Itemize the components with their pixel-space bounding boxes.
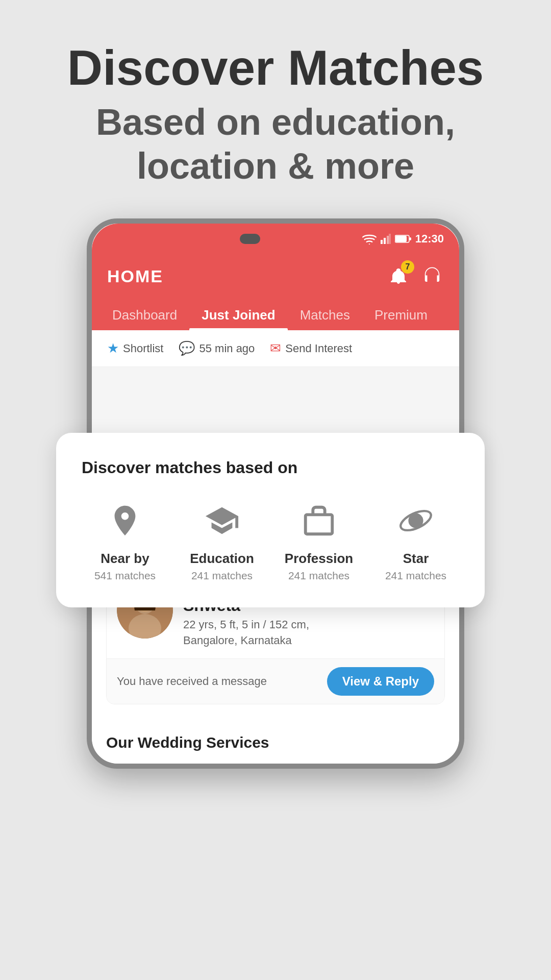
view-reply-button[interactable]: View & Reply (327, 667, 434, 696)
svg-rect-5 (395, 236, 407, 242)
shortlist-action[interactable]: ★ Shortlist (107, 340, 163, 356)
mail-icon: ✉ (270, 340, 281, 356)
wifi-icon (362, 233, 377, 244)
tab-matches[interactable]: Matches (288, 298, 362, 330)
profession-label: Profession (285, 551, 353, 567)
star-count: 241 matches (385, 570, 446, 582)
discover-card-title: Discover matches based on (82, 458, 459, 477)
svg-rect-0 (381, 240, 383, 244)
app-header-title: HOME (107, 266, 163, 286)
member-card-footer: You have received a message View & Reply (107, 658, 444, 704)
member-details: 22 yrs, 5 ft, 5 in / 152 cm,Bangalore, K… (183, 617, 410, 649)
app-header: HOME 7 (92, 254, 459, 298)
discover-item-nearby[interactable]: Near by 541 matches (82, 498, 168, 582)
planet-icon (398, 503, 434, 538)
graduation-icon (204, 503, 240, 538)
time-ago-label: 55 min ago (199, 342, 255, 355)
nearby-label: Near by (101, 551, 149, 567)
svg-rect-1 (384, 238, 386, 244)
send-interest-action[interactable]: ✉ Send Interest (270, 340, 352, 356)
briefcase-icon (301, 503, 337, 538)
svg-rect-6 (409, 237, 411, 240)
discover-item-profession[interactable]: Profession 241 matches (276, 498, 362, 582)
discover-card: Discover matches based on Near by 541 ma… (56, 433, 485, 607)
action-bar: ★ Shortlist 💬 55 min ago ✉ Send Interest (92, 330, 459, 367)
discover-grid: Near by 541 matches Education 241 matche… (82, 498, 459, 582)
profession-icon-wrapper (296, 498, 342, 544)
location-icon (107, 503, 143, 538)
star-zodiac-icon-wrapper (393, 498, 439, 544)
tabs-bar: Dashboard Just Joined Matches Premium (92, 298, 459, 330)
star-icon: ★ (107, 340, 119, 356)
discover-item-education[interactable]: Education 241 matches (179, 498, 265, 582)
header-icons: 7 (387, 264, 444, 288)
battery-icon (395, 234, 411, 243)
signal-icon (381, 233, 391, 244)
hero-section: Discover Matches Based on education, loc… (0, 41, 551, 188)
send-interest-label: Send Interest (285, 342, 352, 355)
education-icon-wrapper (199, 498, 245, 544)
tab-dashboard[interactable]: Dashboard (100, 298, 189, 330)
notification-badge: 7 (401, 260, 414, 274)
status-time: 12:30 (415, 232, 444, 246)
nearby-icon-wrapper (102, 498, 148, 544)
wedding-services-title: Our Wedding Services (106, 734, 445, 751)
notification-wrapper[interactable]: 7 (387, 264, 410, 288)
status-bar: 12:30 (92, 224, 459, 254)
headset-icon[interactable] (420, 264, 444, 288)
message-received-text: You have received a message (117, 675, 267, 688)
tab-just-joined[interactable]: Just Joined (189, 298, 287, 330)
status-bar-right: 12:30 (362, 232, 444, 246)
phone-mockup: 12:30 HOME 7 (87, 218, 464, 769)
profession-count: 241 matches (288, 570, 349, 582)
tab-premium[interactable]: Premium (362, 298, 440, 330)
education-count: 241 matches (191, 570, 253, 582)
svg-rect-2 (387, 236, 389, 244)
nearby-count: 541 matches (94, 570, 156, 582)
time-ago-action: 💬 55 min ago (179, 340, 255, 356)
wedding-section: Our Wedding Services (92, 722, 459, 764)
svg-rect-3 (389, 234, 391, 244)
chat-icon: 💬 (179, 340, 195, 356)
shortlist-label: Shortlist (123, 342, 163, 355)
star-label: Star (403, 551, 429, 567)
camera-notch (240, 234, 260, 244)
hero-subtitle: Based on education, location & more (31, 100, 520, 188)
discover-item-star[interactable]: Star 241 matches (372, 498, 459, 582)
education-label: Education (190, 551, 254, 567)
hero-title: Discover Matches (31, 41, 520, 95)
